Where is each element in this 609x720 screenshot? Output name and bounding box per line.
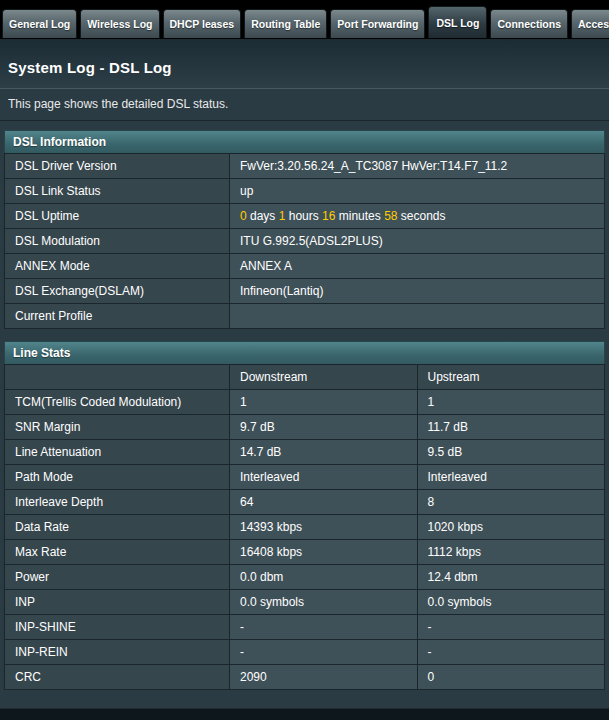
row-label: INP-REIN xyxy=(5,640,230,665)
page-title: System Log - DSL Log xyxy=(8,59,601,76)
row-value: Infineon(Lantiq) xyxy=(230,279,605,304)
row-value: ANNEX A xyxy=(230,254,605,279)
tab-general-log[interactable]: General Log xyxy=(2,9,77,38)
row-value: 0 days 1 hours 16 minutes 58 seconds xyxy=(230,204,605,229)
uptime-number: 16 xyxy=(322,209,335,223)
downstream-value: - xyxy=(230,640,418,665)
line-stats-table: Downstream Upstream TCM(Trellis Coded Mo… xyxy=(4,364,605,690)
tab-connections[interactable]: Connections xyxy=(490,9,568,38)
row-label: DSL Modulation xyxy=(5,229,230,254)
upstream-value: 1112 kbps xyxy=(417,540,605,565)
table-row: Line Attenuation14.7 dB9.5 dB xyxy=(5,440,605,465)
row-label: ANNEX Mode xyxy=(5,254,230,279)
upstream-value: 0.0 symbols xyxy=(417,590,605,615)
main-content: DSL Information DSL Driver VersionFwVer:… xyxy=(0,121,609,720)
upstream-value: 1 xyxy=(417,390,605,415)
upstream-value: 11.7 dB xyxy=(417,415,605,440)
row-value: FwVer:3.20.56.24_A_TC3087 HwVer:T14.F7_1… xyxy=(230,154,605,179)
row-label: DSL Uptime xyxy=(5,204,230,229)
downstream-value: 9.7 dB xyxy=(230,415,418,440)
row-label: DSL Link Status xyxy=(5,179,230,204)
log-tab-bar: General LogWireless LogDHCP leasesRoutin… xyxy=(0,0,609,39)
uptime-unit: days xyxy=(247,209,279,223)
table-row: Max Rate16408 kbps1112 kbps xyxy=(5,540,605,565)
table-row: DSL Driver VersionFwVer:3.20.56.24_A_TC3… xyxy=(5,154,605,179)
downstream-value: 0.0 dbm xyxy=(230,565,418,590)
upstream-value: 9.5 dB xyxy=(417,440,605,465)
footer-strip xyxy=(0,708,609,720)
row-label: TCM(Trellis Coded Modulation) xyxy=(5,390,230,415)
line-stats-header-row: Downstream Upstream xyxy=(5,365,605,390)
tab-wireless-log[interactable]: Wireless Log xyxy=(80,9,159,38)
table-row: Power0.0 dbm12.4 dbm xyxy=(5,565,605,590)
uptime-unit: seconds xyxy=(397,209,445,223)
downstream-value: - xyxy=(230,615,418,640)
dsl-information-table: DSL Driver VersionFwVer:3.20.56.24_A_TC3… xyxy=(4,153,605,329)
row-label: Interleave Depth xyxy=(5,490,230,515)
row-label: Path Mode xyxy=(5,465,230,490)
row-label: CRC xyxy=(5,665,230,690)
table-row: CRC20900 xyxy=(5,665,605,690)
table-row: DSL ModulationITU G.992.5(ADSL2PLUS) xyxy=(5,229,605,254)
uptime-unit: minutes xyxy=(335,209,384,223)
line-stats-corner-cell xyxy=(5,365,230,390)
section-header-dsl-information: DSL Information xyxy=(4,130,605,153)
row-label: Line Attenuation xyxy=(5,440,230,465)
row-label: Max Rate xyxy=(5,540,230,565)
row-label: Data Rate xyxy=(5,515,230,540)
section-header-line-stats: Line Stats xyxy=(4,341,605,364)
table-row: SNR Margin9.7 dB11.7 dB xyxy=(5,415,605,440)
table-row: TCM(Trellis Coded Modulation)11 xyxy=(5,390,605,415)
table-row: INP-SHINE-- xyxy=(5,615,605,640)
downstream-value: 0.0 symbols xyxy=(230,590,418,615)
downstream-value: 14.7 dB xyxy=(230,440,418,465)
table-row: Path ModeInterleavedInterleaved xyxy=(5,465,605,490)
tab-port-forwarding[interactable]: Port Forwarding xyxy=(330,9,425,38)
row-value xyxy=(230,304,605,329)
title-band: System Log - DSL Log xyxy=(0,39,609,89)
table-row: Current Profile xyxy=(5,304,605,329)
table-row: DSL Link Statusup xyxy=(5,179,605,204)
column-header-downstream: Downstream xyxy=(230,365,418,390)
tab-routing-table[interactable]: Routing Table xyxy=(244,9,327,38)
upstream-value: 1020 kbps xyxy=(417,515,605,540)
column-header-upstream: Upstream xyxy=(417,365,605,390)
upstream-value: - xyxy=(417,640,605,665)
table-row: Interleave Depth648 xyxy=(5,490,605,515)
row-label: INP xyxy=(5,590,230,615)
uptime-unit: hours xyxy=(285,209,322,223)
table-row: DSL Uptime0 days 1 hours 16 minutes 58 s… xyxy=(5,204,605,229)
table-row: INP0.0 symbols0.0 symbols xyxy=(5,590,605,615)
table-row: INP-REIN-- xyxy=(5,640,605,665)
upstream-value: - xyxy=(417,615,605,640)
line-stats-section: Line Stats Downstream Upstream TCM(Trell… xyxy=(4,341,605,690)
row-value: ITU G.992.5(ADSL2PLUS) xyxy=(230,229,605,254)
dsl-information-section: DSL Information DSL Driver VersionFwVer:… xyxy=(4,130,605,329)
row-label: DSL Driver Version xyxy=(5,154,230,179)
row-label: DSL Exchange(DSLAM) xyxy=(5,279,230,304)
table-row: ANNEX ModeANNEX A xyxy=(5,254,605,279)
row-label: SNR Margin xyxy=(5,415,230,440)
upstream-value: 0 xyxy=(417,665,605,690)
table-row: Data Rate14393 kbps1020 kbps xyxy=(5,515,605,540)
downstream-value: 14393 kbps xyxy=(230,515,418,540)
table-row: DSL Exchange(DSLAM)Infineon(Lantiq) xyxy=(5,279,605,304)
page-description: This page shows the detailed DSL status. xyxy=(0,89,609,121)
downstream-value: 16408 kbps xyxy=(230,540,418,565)
tab-dhcp-leases[interactable]: DHCP leases xyxy=(163,9,242,38)
tab-access-log[interactable]: Access Log xyxy=(571,9,609,38)
uptime-number: 0 xyxy=(240,209,247,223)
row-label: Power xyxy=(5,565,230,590)
downstream-value: 1 xyxy=(230,390,418,415)
downstream-value: Interleaved xyxy=(230,465,418,490)
row-label: INP-SHINE xyxy=(5,615,230,640)
uptime-number: 58 xyxy=(384,209,397,223)
row-value: up xyxy=(230,179,605,204)
upstream-value: 12.4 dbm xyxy=(417,565,605,590)
upstream-value: 8 xyxy=(417,490,605,515)
row-label: Current Profile xyxy=(5,304,230,329)
downstream-value: 2090 xyxy=(230,665,418,690)
downstream-value: 64 xyxy=(230,490,418,515)
upstream-value: Interleaved xyxy=(417,465,605,490)
tab-dsl-log[interactable]: DSL Log xyxy=(428,6,487,38)
